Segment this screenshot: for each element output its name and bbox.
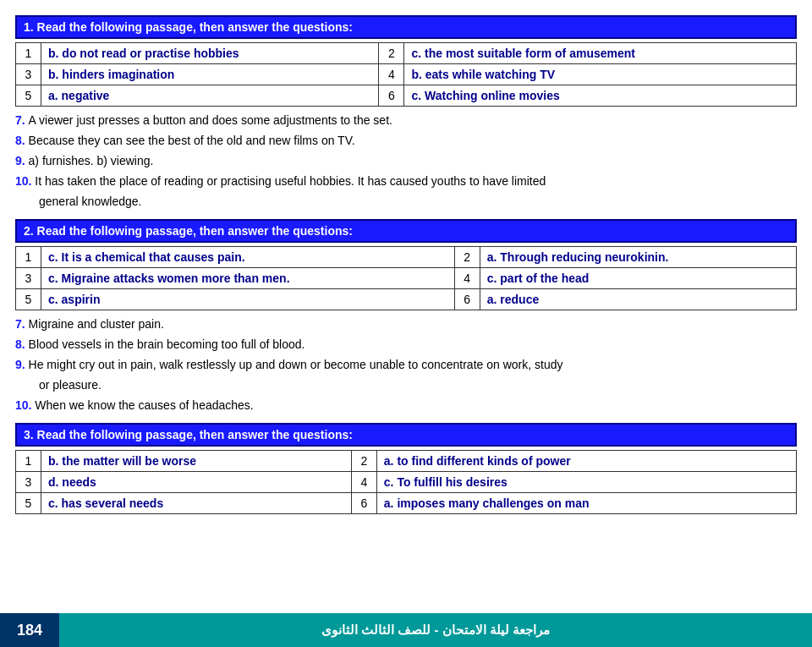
text-line: 9. He might cry out in pain, walk restle…: [15, 356, 797, 374]
answer-num: 1: [16, 451, 41, 472]
answer-text: c. has several needs: [41, 493, 352, 514]
answer-num: 5: [16, 85, 41, 107]
table-row: 1b. do not read or practise hobbies2c. t…: [16, 43, 797, 64]
section-3: 3. Read the following passage, then answ…: [15, 423, 797, 514]
text-line: 8. Because they can see the best of the …: [15, 132, 797, 150]
answer-text: c. It is a chemical that causes pain.: [41, 247, 455, 268]
answer-text: b. the matter will be worse: [41, 451, 352, 472]
answer-text: a. negative: [41, 85, 379, 107]
answer-text: c. aspirin: [41, 289, 455, 310]
answer-text: c. part of the head: [480, 268, 796, 289]
table-row: 5c. aspirin6a. reduce: [16, 289, 797, 310]
section-2-table: 1c. It is a chemical that causes pain.2a…: [15, 246, 797, 310]
text-line: 10. When we know the causes of headaches…: [15, 397, 797, 414]
section-1-table: 1b. do not read or practise hobbies2c. t…: [15, 42, 797, 107]
answer-num: 4: [379, 64, 404, 85]
answer-text: a. Through reducing neurokinin.: [480, 247, 796, 268]
answer-text: a. reduce: [480, 289, 796, 310]
answer-num: 5: [16, 493, 41, 514]
table-row: 5a. negative6c. Watching online movies: [16, 85, 797, 107]
page-number: 184: [0, 613, 59, 647]
section-1-header: 1. Read the following passage, then answ…: [15, 15, 797, 39]
section-2-header: 2. Read the following passage, then answ…: [15, 219, 797, 243]
answer-num: 3: [16, 472, 41, 493]
footer: 184 مراجعة ليلة الامتحان - للصف الثالث ا…: [0, 613, 812, 647]
answer-text: c. To fulfill his desires: [376, 472, 796, 493]
answer-num: 2: [454, 247, 480, 268]
text-line: general knowledge.: [39, 193, 797, 211]
answer-num: 4: [351, 472, 376, 493]
answer-num: 5: [16, 289, 41, 310]
table-row: 5c. has several needs6a. imposes many ch…: [16, 493, 797, 514]
answer-num: 6: [379, 85, 404, 107]
page-content: 1. Read the following passage, then answ…: [0, 0, 812, 570]
answer-text: a. to find different kinds of power: [376, 451, 796, 472]
answer-text: d. needs: [41, 472, 352, 493]
answer-num: 2: [379, 43, 404, 64]
answer-num: 2: [351, 451, 376, 472]
footer-title: مراجعة ليلة الامتحان - للصف الثالث الثان…: [59, 622, 812, 638]
answer-num: 3: [16, 64, 41, 85]
answer-num: 4: [454, 268, 480, 289]
text-line: 10. It has taken the place of reading or…: [15, 173, 797, 190]
table-row: 3c. Migraine attacks women more than men…: [16, 268, 797, 289]
table-row: 1c. It is a chemical that causes pain.2a…: [16, 247, 797, 268]
text-line: or pleasure.: [39, 376, 797, 394]
section-2: 2. Read the following passage, then answ…: [15, 219, 797, 414]
answer-text: b. eats while watching TV: [404, 64, 797, 85]
section-1: 1. Read the following passage, then answ…: [15, 15, 797, 211]
answer-text: c. Watching online movies: [404, 85, 797, 107]
answer-text: a. imposes many challenges on man: [376, 493, 796, 514]
table-row: 3b. hinders imagination4b. eats while wa…: [16, 64, 797, 85]
answer-num: 6: [351, 493, 376, 514]
answer-num: 3: [16, 268, 41, 289]
section-3-table: 1b. the matter will be worse2a. to find …: [15, 450, 797, 514]
table-row: 1b. the matter will be worse2a. to find …: [16, 451, 797, 472]
answer-num: 1: [16, 247, 41, 268]
answer-text: c. Migraine attacks women more than men.: [41, 268, 455, 289]
answer-text: b. hinders imagination: [41, 64, 379, 85]
table-row: 3d. needs4c. To fulfill his desires: [16, 472, 797, 493]
answer-num: 1: [16, 43, 41, 64]
answer-text: c. the most suitable form of amusement: [404, 43, 797, 64]
text-line: 9. a) furnishes. b) viewing.: [15, 152, 797, 170]
text-line: 8. Blood vessels in the brain becoming t…: [15, 336, 797, 354]
text-line: 7. Migraine and cluster pain.: [15, 315, 797, 333]
answer-num: 6: [454, 289, 480, 310]
answer-text: b. do not read or practise hobbies: [41, 43, 379, 64]
section-3-header: 3. Read the following passage, then answ…: [15, 423, 797, 447]
text-line: 7. A viewer just presses a button and do…: [15, 112, 797, 129]
